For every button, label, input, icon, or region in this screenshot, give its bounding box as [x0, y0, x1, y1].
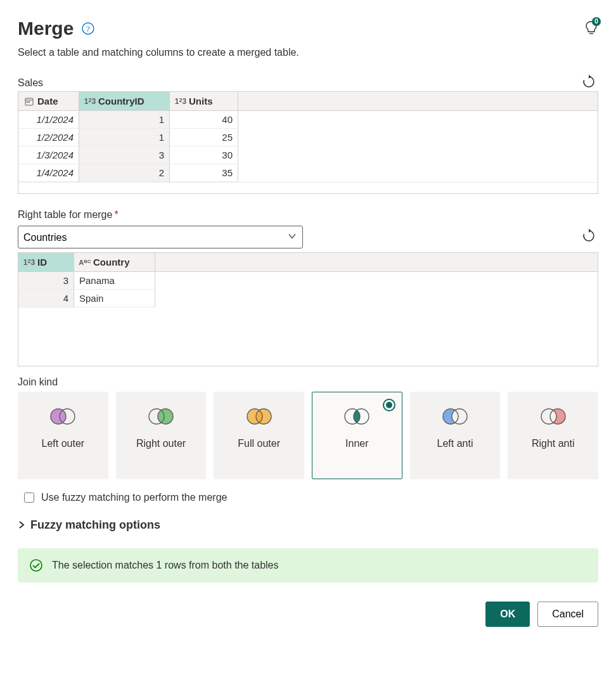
number-type-icon: 123 — [175, 97, 186, 106]
fuzzy-matching-label: Use fuzzy matching to perform the merge — [41, 492, 227, 503]
dialog-subtitle: Select a table and matching columns to c… — [18, 47, 598, 58]
number-type-icon: 123 — [23, 258, 35, 267]
dialog-title: Merge — [18, 18, 74, 39]
dialog-footer: OK Cancel — [18, 602, 598, 627]
join-option-right-outer[interactable]: Right outer — [116, 392, 207, 479]
cell-country: Spain — [74, 290, 155, 307]
checkmark-circle-icon — [29, 558, 43, 572]
join-option-label: Right outer — [136, 437, 186, 450]
table-row[interactable]: 3Panama — [18, 272, 598, 290]
refresh-icon — [582, 229, 596, 243]
join-option-label: Inner — [345, 437, 368, 450]
venn-left-outer-icon — [48, 406, 78, 428]
cell-date: 1/4/2024 — [18, 164, 79, 182]
right-table-section-label: Right table for merge* — [18, 209, 119, 221]
column-header-units[interactable]: 123 Units — [170, 92, 238, 111]
cell-countryid: 1 — [79, 129, 170, 146]
cell-id: 4 — [18, 290, 74, 307]
refresh-icon — [582, 75, 596, 89]
join-option-right-anti[interactable]: Right anti — [508, 392, 598, 479]
text-type-icon: ABC — [79, 259, 91, 266]
svg-rect-6 — [29, 101, 30, 103]
fuzzy-matching-checkbox[interactable] — [24, 493, 34, 503]
match-status-banner: The selection matches 1 rows from both t… — [18, 548, 598, 583]
join-option-left-outer[interactable]: Left outer — [18, 392, 108, 479]
cell-countryid: 1 — [79, 111, 170, 129]
right-table-select[interactable]: Countries — [18, 226, 303, 248]
help-icon[interactable]: ? — [81, 22, 95, 35]
join-option-inner[interactable]: Inner — [312, 392, 402, 479]
column-name: Units — [189, 96, 213, 106]
column-header-country[interactable]: ABC Country — [74, 253, 155, 272]
svg-text:?: ? — [86, 24, 90, 34]
join-option-label: Right anti — [532, 437, 575, 450]
column-name: ID — [37, 257, 47, 267]
join-option-left-anti[interactable]: Left anti — [410, 392, 501, 479]
column-header-countryid[interactable]: 123 CountryID — [79, 92, 170, 111]
fuzzy-options-label: Fuzzy matching options — [30, 518, 160, 532]
required-indicator: * — [114, 209, 118, 220]
join-option-label: Full outer — [238, 437, 280, 450]
join-option-label: Left outer — [42, 437, 85, 450]
cell-units: 35 — [170, 164, 238, 182]
venn-right-outer-icon — [146, 406, 176, 428]
cell-id: 3 — [18, 272, 74, 290]
cell-country: Panama — [74, 272, 155, 290]
join-kind-options: Left outerRight outerFull outerInnerLeft… — [18, 392, 598, 479]
ok-button[interactable]: OK — [485, 602, 530, 627]
cell-units: 30 — [170, 146, 238, 164]
venn-left-anti-icon — [440, 406, 470, 428]
tips-icon[interactable]: 0 — [584, 20, 598, 38]
table-row[interactable]: 1/1/2024140 — [18, 111, 598, 129]
dialog-header: Merge ? 0 — [18, 18, 598, 39]
match-status-text: The selection matches 1 rows from both t… — [52, 560, 279, 571]
column-name: Date — [37, 96, 58, 106]
right-table-refresh-button[interactable] — [579, 226, 598, 245]
left-table-header: Date 123 CountryID 123 Units — [18, 92, 598, 111]
right-table-header: 123 ID ABC Country — [18, 253, 598, 272]
venn-inner-icon — [342, 406, 372, 428]
cell-date: 1/1/2024 — [18, 111, 79, 129]
left-table-refresh-button[interactable] — [579, 72, 598, 91]
cell-countryid: 2 — [79, 164, 170, 182]
cell-date: 1/2/2024 — [18, 129, 79, 146]
cell-units: 40 — [170, 111, 238, 129]
cell-units: 25 — [170, 129, 238, 146]
join-option-full-outer[interactable]: Full outer — [214, 392, 304, 479]
radio-selected-icon — [383, 399, 395, 411]
column-name: CountryID — [98, 96, 144, 106]
table-row[interactable]: 1/3/2024330 — [18, 146, 598, 164]
table-row[interactable]: 4Spain — [18, 290, 598, 307]
tips-badge: 0 — [592, 17, 601, 26]
cell-date: 1/3/2024 — [18, 146, 79, 164]
venn-right-anti-icon — [538, 406, 568, 428]
svg-point-31 — [30, 560, 42, 571]
left-table-label: Sales — [18, 77, 43, 89]
venn-full-outer-icon — [244, 406, 274, 428]
fuzzy-matching-checkbox-row[interactable]: Use fuzzy matching to perform the merge — [22, 491, 598, 505]
cell-countryid: 3 — [79, 146, 170, 164]
column-header-id[interactable]: 123 ID — [18, 253, 74, 272]
number-type-icon: 123 — [84, 97, 96, 106]
svg-rect-5 — [27, 101, 28, 103]
cancel-button[interactable]: Cancel — [537, 602, 598, 627]
calendar-icon — [23, 97, 35, 106]
table-row[interactable]: 1/4/2024235 — [18, 164, 598, 182]
right-table: 123 ID ABC Country 3Panama4Spain — [18, 252, 598, 366]
column-name: Country — [93, 257, 130, 267]
table-row[interactable]: 1/2/2024125 — [18, 129, 598, 146]
join-option-label: Left anti — [437, 437, 473, 450]
join-kind-label: Join kind — [18, 377, 598, 388]
column-header-date[interactable]: Date — [18, 92, 79, 111]
chevron-right-icon — [18, 518, 25, 532]
fuzzy-options-toggle[interactable]: Fuzzy matching options — [18, 518, 598, 532]
left-table: Date 123 CountryID 123 Units 1/1/2024140… — [18, 91, 598, 194]
